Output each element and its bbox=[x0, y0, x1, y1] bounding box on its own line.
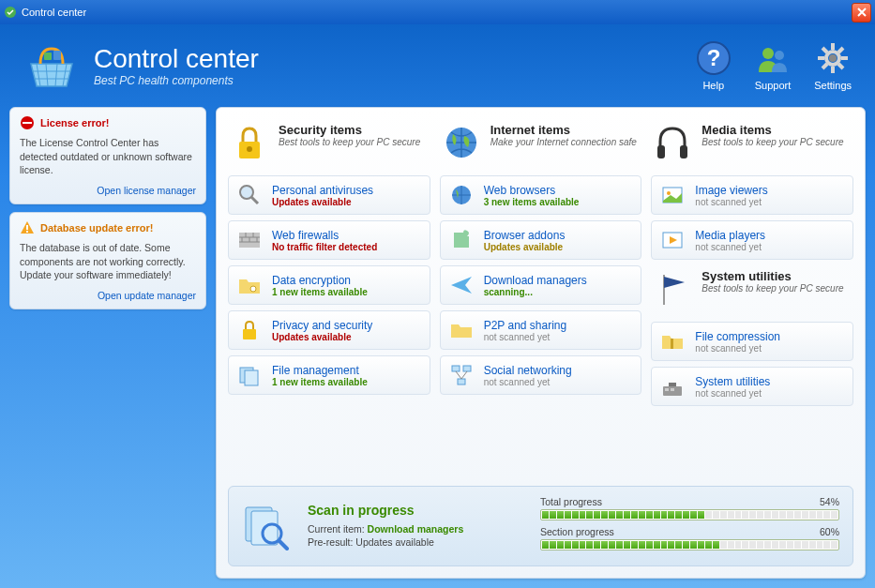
item-row[interactable]: Personal antivirusesUpdates available bbox=[228, 175, 430, 215]
item-icon bbox=[448, 182, 475, 208]
section-title: Internet items bbox=[490, 123, 637, 137]
svg-rect-1 bbox=[44, 53, 52, 60]
svg-rect-43 bbox=[680, 145, 687, 158]
item-icon bbox=[236, 227, 263, 253]
section-header: Security itemsBest tools to keep your PC… bbox=[228, 119, 430, 170]
item-icon bbox=[448, 227, 475, 253]
section-header: System utilitiesBest tools to keep your … bbox=[651, 265, 853, 316]
section-icon bbox=[442, 123, 481, 162]
item-icon bbox=[659, 182, 686, 208]
svg-rect-41 bbox=[458, 379, 465, 384]
item-row[interactable]: Data encryption1 new items available bbox=[228, 265, 430, 305]
sidebar: License error! The License Control Cente… bbox=[9, 107, 206, 579]
scan-current-item: Download managers bbox=[368, 523, 464, 535]
item-row[interactable]: Web browsers3 new items available bbox=[440, 175, 642, 215]
item-icon bbox=[236, 362, 263, 388]
item-row[interactable]: Social networkingnot scanned yet bbox=[440, 355, 642, 395]
scan-title: Scan in progress bbox=[308, 503, 523, 518]
svg-line-15 bbox=[822, 64, 827, 68]
svg-rect-39 bbox=[452, 366, 460, 371]
svg-line-13 bbox=[838, 64, 843, 68]
svg-rect-50 bbox=[669, 383, 676, 386]
item-status: not scanned yet bbox=[695, 242, 765, 252]
open-license-link[interactable]: Open license manager bbox=[20, 185, 196, 196]
section-progress bbox=[540, 539, 839, 550]
total-progress bbox=[540, 509, 839, 520]
warning-icon bbox=[20, 220, 35, 235]
svg-rect-48 bbox=[671, 339, 673, 349]
item-row[interactable]: P2P and sharingnot scanned yet bbox=[440, 310, 642, 350]
svg-rect-36 bbox=[245, 370, 258, 385]
item-icon bbox=[236, 182, 263, 208]
item-name: Privacy and security bbox=[272, 319, 372, 332]
item-row[interactable]: File management1 new items available bbox=[228, 355, 430, 395]
scan-pre-result: Updates available bbox=[355, 536, 433, 548]
item-status: Updates available bbox=[272, 332, 372, 342]
help-button[interactable]: ? Help bbox=[696, 40, 732, 91]
svg-line-14 bbox=[838, 48, 843, 53]
svg-point-5 bbox=[762, 48, 774, 59]
scan-icon bbox=[242, 502, 291, 550]
help-icon: ? bbox=[696, 40, 732, 76]
svg-point-45 bbox=[667, 191, 671, 195]
settings-button[interactable]: Settings bbox=[814, 40, 852, 91]
section-header: Media itemsBest tools to keep your PC se… bbox=[651, 119, 853, 170]
section-icon bbox=[653, 269, 692, 309]
svg-line-56 bbox=[279, 541, 287, 549]
section-subtitle: Best tools to keep your PC secure bbox=[702, 283, 843, 294]
item-name: Download managers bbox=[484, 274, 587, 287]
svg-point-6 bbox=[775, 51, 784, 60]
svg-rect-20 bbox=[26, 231, 28, 233]
open-update-link[interactable]: Open update manager bbox=[20, 290, 196, 301]
item-status: No traffic filter detected bbox=[272, 242, 377, 252]
item-name: Web browsers bbox=[484, 184, 580, 197]
alert-license: License error! The License Control Cente… bbox=[9, 107, 206, 204]
item-icon bbox=[659, 227, 686, 253]
item-row[interactable]: Web firewallsNo traffic filter detected bbox=[228, 220, 430, 260]
item-name: Data encryption bbox=[272, 274, 368, 287]
close-button[interactable] bbox=[852, 3, 871, 23]
item-row[interactable]: Privacy and securityUpdates available bbox=[228, 310, 430, 350]
error-icon bbox=[20, 115, 35, 130]
titlebar: Control center bbox=[0, 0, 875, 24]
item-status: 1 new items available bbox=[272, 377, 368, 387]
item-row[interactable]: Image viewersnot scanned yet bbox=[651, 175, 853, 215]
item-name: P2P and sharing bbox=[484, 319, 567, 332]
item-status: Updates available bbox=[484, 242, 566, 252]
basket-icon bbox=[23, 38, 80, 94]
item-status: not scanned yet bbox=[695, 197, 767, 207]
svg-text:?: ? bbox=[706, 45, 720, 70]
support-button[interactable]: Support bbox=[755, 40, 792, 91]
item-row[interactable]: Download managersscanning... bbox=[440, 265, 642, 305]
item-name: Web firewalls bbox=[272, 229, 377, 242]
total-percent: 54% bbox=[820, 496, 839, 507]
svg-point-33 bbox=[250, 286, 256, 292]
section-percent: 60% bbox=[820, 526, 839, 537]
section-title: System utilities bbox=[702, 269, 843, 283]
item-icon bbox=[236, 272, 263, 298]
section-title: Media items bbox=[702, 123, 843, 137]
section-subtitle: Best tools to keep your PC secure bbox=[702, 137, 843, 148]
settings-icon bbox=[815, 40, 851, 76]
section-title: Security items bbox=[279, 123, 420, 137]
app-title: Control center bbox=[94, 44, 259, 74]
svg-rect-42 bbox=[657, 145, 665, 158]
item-icon bbox=[659, 328, 686, 354]
svg-point-16 bbox=[829, 54, 837, 62]
section-subtitle: Best tools to keep your PC secure bbox=[279, 137, 420, 148]
svg-point-23 bbox=[240, 186, 253, 199]
app-subtitle: Best PC health components bbox=[94, 74, 259, 87]
support-icon bbox=[755, 40, 791, 76]
item-row[interactable]: System utilitiesnot scanned yet bbox=[651, 367, 853, 406]
item-row[interactable]: Media playersnot scanned yet bbox=[651, 220, 853, 260]
scan-panel: Scan in progress Current item: Download … bbox=[228, 486, 853, 566]
app-icon bbox=[4, 6, 17, 19]
svg-rect-52 bbox=[671, 388, 674, 391]
window-title: Control center bbox=[22, 7, 86, 18]
item-row[interactable]: Browser addonsUpdates available bbox=[440, 220, 642, 260]
svg-point-22 bbox=[247, 146, 252, 152]
svg-line-24 bbox=[251, 197, 258, 204]
item-row[interactable]: File compressionnot scanned yet bbox=[651, 322, 853, 361]
item-status: 1 new items available bbox=[272, 287, 368, 297]
main-panel: Security itemsBest tools to keep your PC… bbox=[216, 107, 866, 579]
